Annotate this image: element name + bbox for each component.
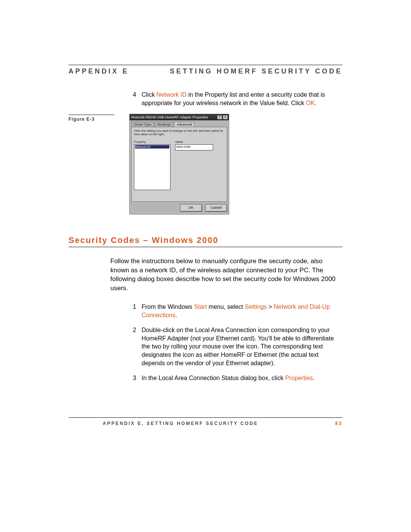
value-input[interactable]: 0000.0000 (175, 144, 213, 150)
figure-label: Figure E-3 (68, 117, 126, 122)
link-start: Start (194, 304, 207, 310)
link-ok: OK (306, 100, 315, 106)
link-network-id: Network ID (156, 91, 186, 98)
step-3: 3 In the Local Area Connection Status di… (129, 374, 342, 382)
figure-rule (68, 115, 114, 115)
step-text: From the Windows Start menu, select Sett… (142, 303, 342, 319)
close-icon[interactable]: x (223, 115, 228, 120)
step-number: 1 (129, 303, 136, 319)
section-intro: Follow the instructions below to manuall… (110, 257, 342, 293)
header-left: APPENDIX E (68, 67, 129, 75)
step-4: 4 Click Network ID in the Property list … (129, 91, 342, 107)
step-number: 3 (129, 374, 136, 382)
step-number: 2 (129, 326, 136, 367)
step-1: 1 From the Windows Start menu, select Se… (129, 303, 342, 319)
label-property: Property: (134, 140, 170, 144)
footer-page-number: 83 (335, 421, 342, 426)
dialog-titlebar: Motorola RB100 USB HomeRF Adapter Proper… (130, 114, 229, 120)
section-rule (68, 247, 342, 247)
dialog-hint: Click the setting you want to change on … (134, 129, 225, 136)
tab-row: Driver Type Bindings Advanced (131, 122, 227, 127)
step-text: Click Network ID in the Property list an… (142, 91, 342, 107)
footer-text: APPENDIX E, SETTING HOMERF SECURITY CODE (103, 421, 258, 426)
header-right: SETTING HOMERF SECURITY CODE (170, 67, 342, 75)
link-settings: Settings (245, 304, 267, 310)
tab-driver-type[interactable]: Driver Type (131, 122, 154, 127)
step-number: 4 (129, 91, 136, 107)
footer-rule (68, 417, 342, 418)
section-title: Security Codes – Windows 2000 (68, 235, 342, 245)
tab-advanced[interactable]: Advanced (174, 122, 194, 127)
step-text: Double-click on the Local Area Connectio… (142, 326, 342, 367)
property-selected[interactable]: Network ID (135, 145, 169, 149)
properties-dialog: Motorola RB100 USB HomeRF Adapter Proper… (129, 114, 229, 214)
link-properties: Properties (285, 375, 313, 381)
label-value: Value: (175, 140, 213, 144)
page-header: APPENDIX E SETTING HOMERF SECURITY CODE (68, 67, 342, 79)
ok-button[interactable]: OK (180, 204, 202, 212)
property-listbox[interactable]: Network ID (134, 144, 170, 190)
step-2: 2 Double-click on the Local Area Connect… (129, 326, 342, 367)
help-icon[interactable]: ? (217, 115, 222, 120)
page-footer: APPENDIX E, SETTING HOMERF SECURITY CODE… (103, 421, 342, 426)
header-rule (68, 65, 342, 65)
cancel-button[interactable]: Cancel (205, 204, 227, 212)
dialog-title: Motorola RB100 USB HomeRF Adapter Proper… (131, 115, 217, 119)
tab-bindings[interactable]: Bindings (155, 122, 174, 127)
step-text: In the Local Area Connection Status dial… (142, 374, 342, 382)
